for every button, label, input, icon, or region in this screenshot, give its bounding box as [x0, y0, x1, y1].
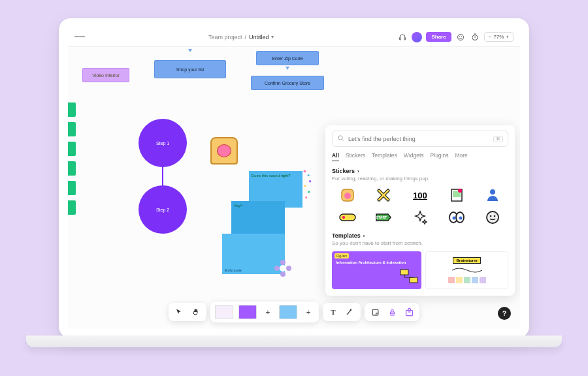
svg-point-4 [461, 36, 462, 37]
stamp-tool-icon[interactable] [386, 306, 398, 318]
sticker-polaroid-icon[interactable] [441, 187, 472, 204]
tab-stickers[interactable]: Stickers [346, 152, 365, 161]
help-button[interactable]: ? [498, 307, 511, 320]
sticker-toast-icon[interactable] [332, 187, 363, 204]
avatar[interactable] [412, 32, 422, 42]
svg-point-10 [308, 191, 310, 193]
swatch [456, 277, 463, 283]
svg-point-23 [490, 189, 495, 195]
page-tab[interactable] [68, 142, 76, 156]
toast-cat-sticker[interactable] [210, 137, 238, 164]
node-step-1[interactable]: Step 1 [139, 119, 187, 167]
page-tab[interactable] [68, 200, 76, 215]
breadcrumb-title[interactable]: Untitled [249, 34, 269, 40]
templates-heading[interactable]: Templates › [332, 232, 508, 239]
tab-templates[interactable]: Templates [372, 152, 397, 161]
search-icon [337, 134, 344, 143]
sticker-eyes-icon[interactable] [441, 209, 472, 226]
breadcrumb-sep: / [244, 34, 246, 40]
page-tab[interactable] [68, 181, 76, 195]
sticker-100-icon[interactable]: 100 [404, 187, 436, 204]
chevron-right-icon: › [357, 168, 359, 174]
svg-rect-34 [400, 270, 408, 275]
text-tool-icon[interactable]: T [327, 306, 339, 318]
page-thumbnail[interactable] [215, 305, 233, 319]
tab-all[interactable]: All [332, 152, 339, 161]
assets-panel: ⌘ All Stickers Templates Widgets Plugins… [325, 125, 515, 296]
page-tab[interactable] [68, 161, 76, 176]
zoom-minus-icon[interactable]: − [489, 34, 492, 40]
page-thumbnail[interactable] [279, 305, 297, 319]
add-page-icon[interactable]: + [262, 306, 274, 318]
bottom-toolbar: + + T [169, 302, 419, 322]
sticky-tool-icon[interactable] [369, 306, 381, 318]
swatch [464, 277, 470, 283]
sticker-smiley-icon[interactable] [477, 209, 508, 226]
sticker-start-icon[interactable]: START [368, 209, 400, 226]
tab-plugins[interactable]: Plugins [431, 152, 449, 161]
stickers-heading[interactable]: Stickers › [332, 168, 508, 174]
menu-icon[interactable] [74, 32, 85, 42]
confetti-sticker[interactable] [302, 168, 314, 201]
svg-rect-7 [307, 174, 310, 177]
sticker-grid: 100 START [332, 187, 508, 226]
svg-point-22 [458, 189, 462, 193]
zoom-control[interactable]: − 77% + [484, 32, 514, 42]
chevron-down-icon[interactable]: ▾ [271, 34, 274, 40]
swatch [448, 277, 455, 283]
svg-point-14 [286, 266, 291, 271]
template-card-brainstorm[interactable]: Brainstorm [425, 251, 508, 289]
svg-rect-11 [305, 196, 307, 198]
node-enter-zip[interactable]: Enter Zip Code [256, 51, 319, 65]
node-step-2[interactable]: Step 2 [139, 185, 187, 234]
headphones-icon[interactable] [397, 32, 408, 42]
sticky-text: Does this sound right? [252, 174, 291, 178]
zoom-value: 77% [493, 34, 504, 40]
tool-group-pointer [169, 303, 206, 321]
flower-sticker[interactable] [274, 260, 291, 277]
svg-point-29 [452, 217, 455, 220]
pointer-tool-icon[interactable] [173, 306, 185, 318]
shortcut-icon: ⌘ [493, 136, 503, 142]
reactions-icon[interactable] [455, 32, 466, 42]
timer-icon[interactable] [470, 32, 480, 42]
template-card-ia[interactable]: FigJam Information Architecture & Indexa… [332, 251, 421, 289]
breadcrumb[interactable]: Team project / Untitled ▾ [208, 34, 274, 40]
hand-tool-icon[interactable] [190, 306, 202, 318]
svg-text:START: START [376, 215, 387, 219]
svg-point-17 [338, 136, 342, 140]
sticky-author: Emily Louie [225, 268, 242, 272]
svg-point-3 [459, 36, 460, 37]
search-field[interactable]: ⌘ [332, 131, 508, 147]
node-shop-list[interactable]: Shop your list [154, 60, 226, 78]
tab-widgets[interactable]: Widgets [404, 152, 424, 161]
node-confirm-store[interactable]: Confirm Grocery Store [251, 76, 324, 90]
zoom-plus-icon[interactable]: + [506, 34, 509, 40]
tab-more[interactable]: More [455, 152, 467, 161]
svg-rect-36 [372, 309, 378, 315]
sticker-cross-icon[interactable] [368, 187, 400, 204]
sticky-text: Yay!! [234, 204, 242, 208]
sticker-sparkle-icon[interactable] [404, 209, 436, 226]
sticker-pill-icon[interactable] [332, 209, 363, 226]
svg-rect-37 [406, 310, 412, 315]
swatch [472, 277, 478, 283]
connector [162, 167, 163, 185]
page-tab[interactable] [68, 122, 76, 136]
share-button[interactable]: Share [426, 32, 451, 42]
search-input[interactable] [348, 136, 489, 142]
template-row: FigJam Information Architecture & Indexa… [332, 251, 508, 289]
chevron-right-icon: › [363, 233, 365, 239]
more-tools-icon[interactable] [403, 306, 415, 318]
connector-tool-icon[interactable] [344, 306, 356, 318]
sticker-person-icon[interactable] [477, 187, 508, 204]
page-thumbnail[interactable] [238, 305, 257, 319]
add-page-icon[interactable]: + [302, 306, 314, 318]
top-bar: Team project / Untitled ▾ Share − [68, 27, 520, 47]
page-tab[interactable] [68, 102, 76, 117]
arrow-down-icon [286, 67, 289, 70]
laptop-frame: Team project / Untitled ▾ Share − [59, 18, 529, 338]
node-video-interior[interactable]: Video Interior [82, 68, 129, 82]
svg-rect-24 [340, 214, 355, 221]
canvas[interactable]: Video Interior Shop your list Enter Zip … [68, 47, 520, 329]
